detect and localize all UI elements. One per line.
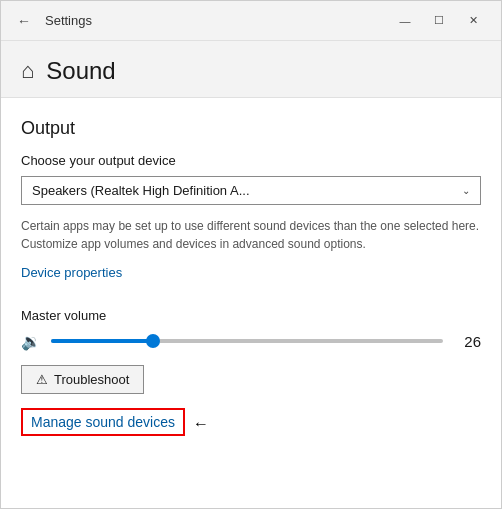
slider-fill <box>51 339 153 343</box>
slider-track <box>51 339 443 343</box>
close-button[interactable]: ✕ <box>457 9 489 33</box>
title-bar-left: ← Settings <box>13 11 389 31</box>
manage-row: Manage sound devices ← <box>21 408 481 440</box>
manage-sound-devices-link[interactable]: Manage sound devices <box>23 410 183 434</box>
volume-label: Master volume <box>21 308 481 323</box>
troubleshoot-label: Troubleshoot <box>54 372 129 387</box>
content-area: Output Choose your output device Speaker… <box>1 98 501 508</box>
volume-row: 🔉 26 <box>21 331 481 351</box>
output-device-label: Choose your output device <box>21 153 481 168</box>
output-device-dropdown[interactable]: Speakers (Realtek High Definition A... ⌄ <box>21 176 481 205</box>
minimize-button[interactable]: — <box>389 9 421 33</box>
volume-slider-container[interactable] <box>51 331 443 351</box>
troubleshoot-button[interactable]: ⚠ Troubleshoot <box>21 365 144 394</box>
page-header: ⌂ Sound <box>1 41 501 98</box>
home-icon: ⌂ <box>21 58 34 84</box>
title-bar-controls: — ☐ ✕ <box>389 9 489 33</box>
title-bar: ← Settings — ☐ ✕ <box>1 1 501 41</box>
speaker-icon: 🔉 <box>21 332 41 351</box>
arrow-icon: ← <box>193 415 209 433</box>
output-section-title: Output <box>21 118 481 139</box>
page-title: Sound <box>46 57 115 85</box>
device-properties-link[interactable]: Device properties <box>21 265 122 280</box>
back-button[interactable]: ← <box>13 11 35 31</box>
window-title: Settings <box>45 13 92 28</box>
slider-thumb[interactable] <box>146 334 160 348</box>
manage-link-container: Manage sound devices <box>21 408 185 436</box>
dropdown-value: Speakers (Realtek High Definition A... <box>32 183 250 198</box>
info-text: Certain apps may be set up to use differ… <box>21 217 481 253</box>
volume-section: Master volume 🔉 26 <box>21 308 481 351</box>
chevron-down-icon: ⌄ <box>462 185 470 196</box>
warning-icon: ⚠ <box>36 372 48 387</box>
settings-window: ← Settings — ☐ ✕ ⌂ Sound Output Choose y… <box>0 0 502 509</box>
maximize-button[interactable]: ☐ <box>423 9 455 33</box>
volume-value: 26 <box>453 333 481 350</box>
